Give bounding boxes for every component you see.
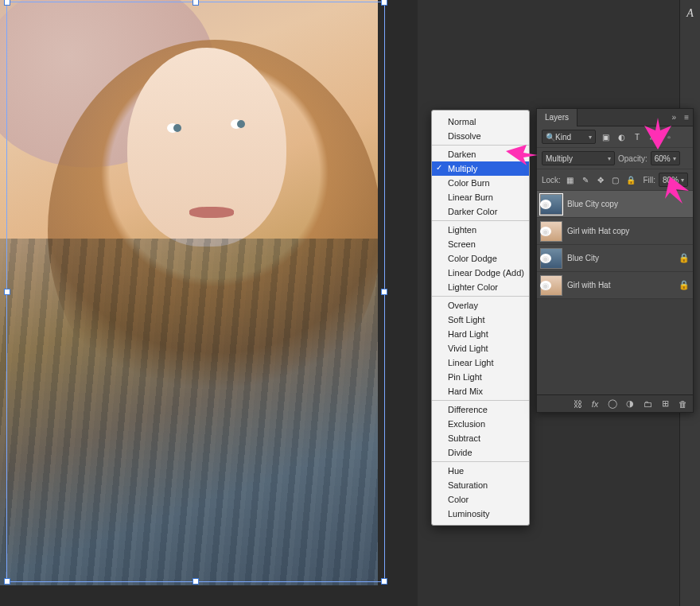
blend-option-exclusion[interactable]: Exclusion	[432, 417, 529, 431]
transform-handle-tm[interactable]	[192, 0, 199, 6]
type-tool-icon[interactable]: A	[682, 5, 699, 22]
group-icon[interactable]: 🗀	[642, 399, 653, 409]
blend-option-dissolve[interactable]: Dissolve	[432, 129, 529, 143]
trash-icon[interactable]: 🗑	[677, 399, 688, 409]
blend-option-darker-color[interactable]: Darker Color	[432, 204, 529, 219]
transform-handle-bl[interactable]	[4, 578, 10, 585]
layers-list: Blue City copyGirl with Hat copyBlue Cit…	[537, 191, 693, 299]
layers-panel-footer: ⛓ fx ◯ ◑ 🗀 ⊞ 🗑	[537, 394, 693, 412]
opacity-value: 60%	[655, 154, 671, 163]
blend-option-divide[interactable]: Divide	[432, 445, 529, 460]
blend-option-color-burn[interactable]: Color Burn	[432, 176, 529, 190]
layers-panel: Layers » ≡ 🔍Kind▾ ▣ ◐ T ▱ ▫ Multiply▾ Op…	[536, 108, 694, 413]
layer-row-1[interactable]: Girl with Hat copy	[537, 218, 693, 245]
filter-pixel-icon[interactable]: ▣	[599, 130, 612, 143]
transform-handle-mr[interactable]	[381, 289, 387, 295]
adjustment-icon[interactable]: ◑	[624, 398, 636, 409]
blend-option-multiply[interactable]: Multiply	[432, 161, 529, 176]
blend-option-normal[interactable]: Normal	[432, 115, 529, 129]
blend-option-color-dodge[interactable]: Color Dodge	[432, 251, 529, 266]
layers-empty-area[interactable]	[537, 299, 693, 394]
fill-label: Fill:	[643, 176, 655, 185]
filter-adjust-icon[interactable]: ◐	[615, 130, 628, 143]
fill-field[interactable]: 80%▾	[659, 173, 688, 187]
layer-visibility-icon[interactable]	[540, 254, 551, 263]
layer-name[interactable]: Blue City copy	[567, 200, 690, 208]
blend-option-vivid-light[interactable]: Vivid Light	[432, 341, 529, 355]
lock-icon: 🔒	[679, 253, 690, 263]
transform-bounding-box[interactable]	[6, 2, 385, 582]
blend-option-hard-light[interactable]: Hard Light	[432, 327, 529, 341]
blend-option-pin-light[interactable]: Pin Light	[432, 370, 529, 384]
filter-kind-label: Kind	[555, 133, 571, 142]
blend-mode-menu[interactable]: NormalDissolveDarkenMultiplyColor BurnLi…	[431, 110, 530, 526]
blend-mode-select[interactable]: Multiply▾	[542, 151, 615, 165]
transform-handle-tr[interactable]	[381, 0, 387, 6]
blend-mode-value: Multiply	[546, 154, 573, 163]
blend-option-color[interactable]: Color	[432, 492, 529, 507]
lock-all-icon[interactable]: 🔒	[624, 173, 636, 186]
blend-option-difference[interactable]: Difference	[432, 402, 529, 417]
layer-visibility-icon[interactable]	[540, 227, 551, 236]
blend-option-overlay[interactable]: Overlay	[432, 298, 529, 313]
blend-option-soft-light[interactable]: Soft Light	[432, 313, 529, 327]
blend-option-saturation[interactable]: Saturation	[432, 478, 529, 492]
lock-label: Lock:	[542, 176, 561, 185]
filter-type-icon[interactable]: T	[631, 130, 644, 143]
layer-name[interactable]: Girl with Hat copy	[567, 227, 690, 235]
layer-visibility-icon[interactable]	[540, 200, 551, 209]
layers-tab[interactable]: Layers	[537, 109, 578, 126]
layers-panel-header: Layers » ≡	[537, 109, 693, 126]
new-layer-icon[interactable]: ⊞	[659, 398, 671, 409]
blend-option-subtract[interactable]: Subtract	[432, 431, 529, 445]
transform-handle-br[interactable]	[381, 578, 387, 585]
transform-handle-bm[interactable]	[192, 578, 199, 585]
blend-option-linear-burn[interactable]: Linear Burn	[432, 190, 529, 204]
opacity-label: Opacity:	[618, 154, 648, 163]
filter-shape-icon[interactable]: ▱	[647, 130, 659, 143]
mask-icon[interactable]: ◯	[607, 398, 618, 409]
transform-handle-tl[interactable]	[4, 0, 10, 6]
lock-transparency-icon[interactable]: ▦	[564, 173, 576, 186]
lock-fill-row: Lock: ▦ ✎ ✥ ▢ 🔒 Fill: 80%▾	[537, 169, 693, 191]
layer-visibility-icon[interactable]	[540, 281, 551, 290]
layer-row-0[interactable]: Blue City copy	[537, 191, 693, 218]
lock-icon: 🔒	[679, 280, 690, 290]
blend-option-hard-mix[interactable]: Hard Mix	[432, 384, 529, 398]
layer-row-2[interactable]: Blue City🔒	[537, 245, 693, 272]
canvas-area[interactable]	[0, 0, 418, 606]
blend-opacity-row: Multiply▾ Opacity: 60%▾	[537, 148, 693, 169]
layer-filter-row: 🔍Kind▾ ▣ ◐ T ▱ ▫	[537, 126, 693, 148]
link-layers-icon[interactable]: ⛓	[572, 399, 583, 409]
lock-artboard-icon[interactable]: ▢	[609, 173, 621, 186]
blend-option-lighten[interactable]: Lighten	[432, 223, 529, 237]
blend-option-darken[interactable]: Darken	[432, 147, 529, 161]
filter-smart-icon[interactable]: ▫	[663, 130, 675, 143]
filter-kind-select[interactable]: 🔍Kind▾	[542, 130, 596, 144]
blend-option-lighter-color[interactable]: Lighter Color	[432, 280, 529, 294]
blend-option-screen[interactable]: Screen	[432, 237, 529, 251]
layer-name[interactable]: Girl with Hat	[567, 281, 674, 289]
lock-pixels-icon[interactable]: ✎	[579, 173, 591, 186]
panel-menu-icon[interactable]: ≡	[680, 113, 693, 122]
fx-icon[interactable]: fx	[589, 399, 601, 409]
blend-option-luminosity[interactable]: Luminosity	[432, 507, 529, 521]
fill-value: 80%	[663, 176, 679, 185]
blend-option-linear-light[interactable]: Linear Light	[432, 355, 529, 370]
blend-option-hue[interactable]: Hue	[432, 464, 529, 478]
panel-collapse-icon[interactable]: »	[668, 113, 681, 122]
layer-row-3[interactable]: Girl with Hat🔒	[537, 272, 693, 299]
transform-handle-ml[interactable]	[4, 289, 10, 295]
opacity-field[interactable]: 60%▾	[651, 151, 680, 165]
blend-option-linear-dodge-add-[interactable]: Linear Dodge (Add)	[432, 266, 529, 280]
layer-name[interactable]: Blue City	[567, 254, 674, 262]
lock-position-icon[interactable]: ✥	[594, 173, 606, 186]
